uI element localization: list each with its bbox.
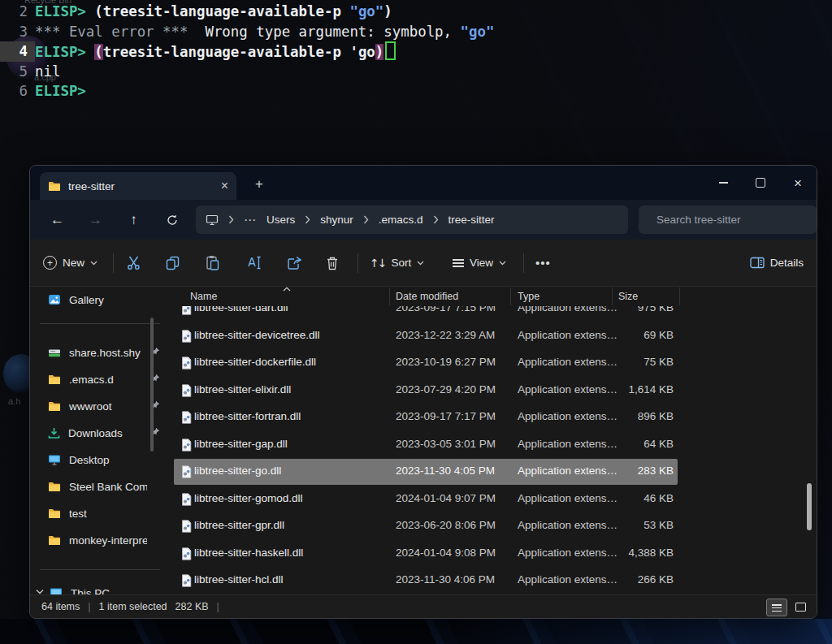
breadcrumb-item[interactable]: shynur bbox=[320, 214, 353, 226]
file-list-scrollbar[interactable] bbox=[807, 483, 812, 530]
breadcrumb-item[interactable]: .emacs.d bbox=[379, 214, 423, 226]
sidebar-item-desktop[interactable]: Desktop bbox=[30, 447, 170, 472]
this-pc-icon bbox=[206, 214, 219, 226]
column-headers: Name Date modified Type Size bbox=[174, 287, 817, 306]
file-row-libtree-sitter-elixir-dll[interactable]: libtree-sitter-elixir.dll2023-07-29 4:20… bbox=[174, 378, 678, 404]
sidebar-item-downloads[interactable]: Downloads bbox=[30, 421, 170, 445]
downloads-icon bbox=[48, 427, 60, 439]
window-controls: × bbox=[704, 166, 817, 200]
column-header-size[interactable]: Size bbox=[618, 291, 638, 302]
view-button[interactable]: View bbox=[453, 240, 506, 286]
rename-button[interactable] bbox=[246, 240, 262, 286]
sidebar-item-gallery[interactable]: Gallery bbox=[30, 287, 170, 312]
back-button[interactable]: ← bbox=[38, 212, 76, 228]
copy-button[interactable] bbox=[166, 240, 180, 286]
new-tab-button[interactable]: + bbox=[248, 174, 271, 195]
file-row-libtree-sitter-dart-dll[interactable]: libtree-sitter-dart.dll2023-09-17 7:15 P… bbox=[174, 306, 678, 322]
breadcrumb-overflow-button[interactable]: ⋯ bbox=[244, 213, 257, 227]
file-row-libtree-sitter-dockerfile-dll[interactable]: libtree-sitter-dockerfile.dll2023-10-19 … bbox=[174, 350, 678, 376]
file-date-modified: 2023-10-19 6:27 PM bbox=[396, 356, 496, 368]
sidebar-item--emacs-d[interactable]: .emacs.d bbox=[30, 367, 170, 391]
sidebar-item-label: monkey-interpre bbox=[69, 534, 147, 547]
new-button[interactable]: + New bbox=[43, 240, 98, 286]
file-type: Application extens… bbox=[518, 492, 618, 504]
sidebar-item-label: wwwroot bbox=[69, 400, 112, 413]
search-box[interactable]: Search tree-sitter bbox=[639, 205, 817, 234]
line-number: 2 bbox=[0, 2, 35, 22]
new-button-label: New bbox=[63, 257, 84, 269]
up-button[interactable]: ↑ bbox=[115, 212, 153, 228]
column-divider[interactable] bbox=[679, 287, 680, 305]
close-button[interactable]: × bbox=[779, 166, 817, 200]
tab-close-icon[interactable]: × bbox=[221, 179, 228, 192]
details-button-label: Details bbox=[770, 257, 804, 269]
dll-file-icon bbox=[181, 465, 192, 478]
column-divider[interactable] bbox=[389, 287, 390, 305]
chevron-right-icon bbox=[433, 215, 439, 224]
file-size: 975 KB bbox=[618, 306, 674, 313]
desktop-icon bbox=[48, 454, 61, 465]
column-divider[interactable] bbox=[612, 287, 613, 305]
cut-button[interactable] bbox=[126, 240, 141, 286]
nav-buttons: ← → ↑ bbox=[30, 212, 191, 228]
file-row-libtree-sitter-gpr-dll[interactable]: libtree-sitter-gpr.dll2023-06-20 8:06 PM… bbox=[174, 513, 678, 539]
expand-chevron-icon[interactable] bbox=[36, 589, 44, 594]
file-type: Application extens… bbox=[518, 410, 618, 422]
sidebar-item-this-pc[interactable]: This PC bbox=[30, 581, 170, 594]
dll-file-icon bbox=[181, 493, 192, 506]
dll-file-icon bbox=[181, 330, 192, 343]
sidebar-item-monkey-interpre[interactable]: monkey-interpre bbox=[30, 528, 170, 552]
file-row-libtree-sitter-devicetree-dll[interactable]: libtree-sitter-devicetree.dll2023-12-22 … bbox=[174, 323, 678, 349]
sidebar-item-test[interactable]: test bbox=[30, 501, 170, 525]
file-row-libtree-sitter-gap-dll[interactable]: libtree-sitter-gap.dll2023-03-05 3:01 PM… bbox=[174, 432, 678, 458]
file-type: Application extens… bbox=[518, 465, 618, 477]
view-lines-icon bbox=[453, 259, 464, 267]
sidebar-item-wwwroot[interactable]: wwwroot bbox=[30, 394, 170, 418]
column-header-name[interactable]: Name bbox=[190, 291, 217, 302]
breadcrumb[interactable]: ⋯ Usersshynur.emacs.dtree-sitter bbox=[196, 205, 628, 234]
column-divider[interactable] bbox=[510, 287, 511, 305]
column-header-type[interactable]: Type bbox=[518, 291, 540, 302]
sidebar-item-label: Steel Bank Comm bbox=[69, 481, 147, 493]
file-date-modified: 2023-09-17 7:15 PM bbox=[396, 306, 496, 313]
sidebar-scrollbar[interactable] bbox=[150, 318, 154, 452]
paste-button[interactable] bbox=[206, 240, 219, 286]
file-type: Application extens… bbox=[518, 573, 618, 586]
sidebar-item-share-host-shy[interactable]: share.host.shy bbox=[30, 340, 170, 365]
details-button[interactable]: Details bbox=[750, 240, 804, 286]
details-view-toggle[interactable] bbox=[766, 599, 787, 616]
forward-button[interactable]: → bbox=[76, 212, 115, 228]
breadcrumb-item[interactable]: tree-sitter bbox=[448, 214, 495, 226]
sidebar-item-steel-bank-comm[interactable]: Steel Bank Comm bbox=[30, 474, 170, 499]
icons-view-toggle[interactable] bbox=[791, 599, 810, 615]
ielm-line: 2ELISP> (treesit-language-available-p "g… bbox=[0, 2, 494, 22]
explorer-content: Galleryshare.host.shy.emacs.dwwwrootDown… bbox=[30, 287, 817, 594]
dll-file-icon bbox=[181, 439, 192, 452]
dll-file-icon bbox=[181, 411, 192, 424]
tab-tree-sitter[interactable]: tree-sitter × bbox=[40, 172, 236, 200]
minimize-button[interactable] bbox=[704, 166, 742, 200]
file-row-libtree-sitter-go-dll[interactable]: libtree-sitter-go.dll2023-11-30 4:05 PMA… bbox=[174, 459, 678, 485]
file-type: Application extens… bbox=[518, 519, 618, 531]
file-row-libtree-sitter-gomod-dll[interactable]: libtree-sitter-gomod.dll2024-01-04 9:07 … bbox=[174, 486, 678, 512]
file-size: 283 KB bbox=[618, 465, 674, 477]
sidebar-divider bbox=[40, 323, 160, 324]
details-pane-icon bbox=[750, 257, 765, 269]
delete-button[interactable] bbox=[326, 240, 339, 286]
maximize-button[interactable] bbox=[742, 166, 779, 200]
column-header-date[interactable]: Date modified bbox=[396, 291, 458, 302]
rename-icon bbox=[246, 256, 262, 270]
file-row-libtree-sitter-fortran-dll[interactable]: libtree-sitter-fortran.dll2023-09-17 7:1… bbox=[174, 404, 678, 430]
breadcrumb-item[interactable]: Users bbox=[266, 214, 295, 226]
file-size: 266 KB bbox=[618, 573, 674, 586]
refresh-button[interactable] bbox=[153, 214, 191, 227]
see-more-button[interactable]: ••• bbox=[535, 240, 551, 286]
file-row-libtree-sitter-haskell-dll[interactable]: libtree-sitter-haskell.dll2024-01-04 9:0… bbox=[174, 541, 678, 567]
file-name: libtree-sitter-devicetree.dll bbox=[194, 329, 320, 341]
ielm-buffer[interactable]: 2ELISP> (treesit-language-available-p "g… bbox=[0, 2, 494, 102]
share-button[interactable] bbox=[287, 240, 302, 286]
file-row-libtree-sitter-hcl-dll[interactable]: libtree-sitter-hcl.dll2023-11-30 4:06 PM… bbox=[174, 568, 678, 594]
sort-button[interactable]: ↑↓ Sort bbox=[370, 240, 424, 286]
folder-icon bbox=[48, 181, 61, 192]
minimize-icon bbox=[719, 182, 728, 183]
